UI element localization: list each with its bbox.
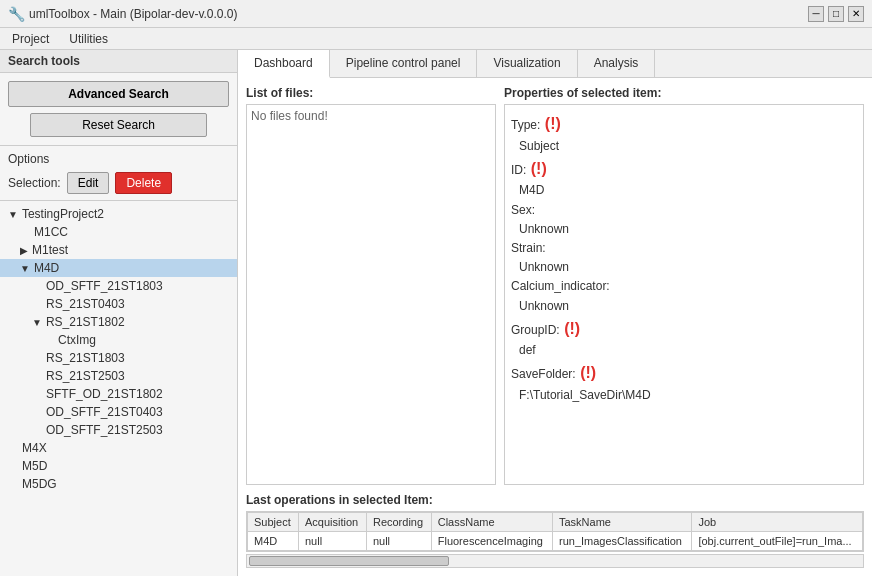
right-panel: DashboardPipeline control panelVisualiza… bbox=[238, 50, 872, 576]
ops-column-header: ClassName bbox=[431, 513, 552, 532]
tree-item-label: OD_SFTF_21ST0403 bbox=[46, 405, 163, 419]
operations-title: Last operations in selected Item: bbox=[246, 493, 864, 507]
tree-arrow-icon: ▼ bbox=[20, 263, 30, 274]
tree-item-label: RS_21ST1803 bbox=[46, 351, 125, 365]
property-value: F:\Tutorial_SaveDir\M4D bbox=[511, 388, 651, 402]
property-row: ID: (!)M4D bbox=[511, 156, 857, 201]
property-value: Subject bbox=[511, 139, 559, 153]
tabs-bar: DashboardPipeline control panelVisualiza… bbox=[238, 50, 872, 78]
menu-project[interactable]: Project bbox=[8, 32, 53, 46]
property-label: Sex: bbox=[511, 203, 535, 217]
property-value: Unknown bbox=[511, 260, 569, 274]
property-row: Strain:Unknown bbox=[511, 239, 857, 277]
window-title: umlToolbox - Main (Bipolar-dev-v.0.0.0) bbox=[29, 7, 238, 21]
tree-item[interactable]: RS_21ST2503 bbox=[0, 367, 237, 385]
ops-column-header: Subject bbox=[248, 513, 299, 532]
operations-table-wrapper[interactable]: SubjectAcquisitionRecordingClassNameTask… bbox=[246, 511, 864, 552]
exclamation-icon: (!) bbox=[560, 320, 580, 337]
title-bar-controls: ─ □ ✕ bbox=[808, 6, 864, 22]
tree-item-label: M1CC bbox=[34, 225, 68, 239]
files-panel: List of files: No files found! bbox=[246, 86, 496, 485]
title-bar: 🔧 umlToolbox - Main (Bipolar-dev-v.0.0.0… bbox=[0, 0, 872, 28]
tree-item-label: M4X bbox=[22, 441, 47, 455]
tree-section: ▼TestingProject2M1CC▶M1test▼M4DOD_SFTF_2… bbox=[0, 201, 237, 576]
tree-item-label: M5DG bbox=[22, 477, 57, 491]
reset-search-button[interactable]: Reset Search bbox=[30, 113, 207, 137]
tree-item-label: OD_SFTF_21ST1803 bbox=[46, 279, 163, 293]
menu-bar: Project Utilities bbox=[0, 28, 872, 50]
property-value: def bbox=[511, 343, 536, 357]
files-panel-title: List of files: bbox=[246, 86, 496, 100]
ops-column-header: Recording bbox=[366, 513, 431, 532]
tree-item-label: RS_21ST0403 bbox=[46, 297, 125, 311]
property-row: Calcium_indicator:Unknown bbox=[511, 277, 857, 315]
tab-dashboard[interactable]: Dashboard bbox=[238, 50, 330, 78]
tree-item-label: SFTF_OD_21ST1802 bbox=[46, 387, 163, 401]
exclamation-icon: (!) bbox=[540, 115, 560, 132]
tree-item[interactable]: RS_21ST1803 bbox=[0, 349, 237, 367]
search-tools-section: Advanced Search Reset Search bbox=[0, 73, 237, 146]
tab-content-dashboard: List of files: No files found! Propertie… bbox=[238, 78, 872, 576]
ops-column-header: Job bbox=[692, 513, 863, 532]
title-bar-left: 🔧 umlToolbox - Main (Bipolar-dev-v.0.0.0… bbox=[8, 6, 238, 22]
tree-item[interactable]: M5D bbox=[0, 457, 237, 475]
delete-button[interactable]: Delete bbox=[115, 172, 172, 194]
property-label: Strain: bbox=[511, 241, 546, 255]
tree-item[interactable]: OD_SFTF_21ST2503 bbox=[0, 421, 237, 439]
tree-item-label: CtxImg bbox=[58, 333, 96, 347]
content-row: List of files: No files found! Propertie… bbox=[246, 86, 864, 485]
ops-cell-classname: FluorescenceImaging bbox=[431, 532, 552, 551]
ops-column-header: Acquisition bbox=[299, 513, 367, 532]
options-header: Options bbox=[8, 152, 229, 166]
tab-visualization[interactable]: Visualization bbox=[477, 50, 577, 77]
property-row: SaveFolder: (!)F:\Tutorial_SaveDir\M4D bbox=[511, 360, 857, 405]
scrollbar-thumb[interactable] bbox=[249, 556, 449, 566]
tab-pipeline-control-panel[interactable]: Pipeline control panel bbox=[330, 50, 478, 77]
tree-item-label: M1test bbox=[32, 243, 68, 257]
property-row: GroupID: (!)def bbox=[511, 316, 857, 361]
horizontal-scrollbar[interactable] bbox=[246, 554, 864, 568]
tree-item-label: M4D bbox=[34, 261, 59, 275]
tree-arrow-icon: ▶ bbox=[20, 245, 28, 256]
tree-item[interactable]: SFTF_OD_21ST1802 bbox=[0, 385, 237, 403]
menu-utilities[interactable]: Utilities bbox=[65, 32, 112, 46]
exclamation-icon: (!) bbox=[576, 364, 596, 381]
property-label: Calcium_indicator: bbox=[511, 279, 610, 293]
ops-table-row: M4DnullnullFluorescenceImagingrun_Images… bbox=[248, 532, 863, 551]
tree-item-label: OD_SFTF_21ST2503 bbox=[46, 423, 163, 437]
operations-table: SubjectAcquisitionRecordingClassNameTask… bbox=[247, 512, 863, 551]
property-row: Sex:Unknown bbox=[511, 201, 857, 239]
property-value: M4D bbox=[511, 183, 544, 197]
files-list[interactable]: No files found! bbox=[246, 104, 496, 485]
tab-analysis[interactable]: Analysis bbox=[578, 50, 656, 77]
tree-item[interactable]: ▼M4D bbox=[0, 259, 237, 277]
property-row: Type: (!)Subject bbox=[511, 111, 857, 156]
tree-item[interactable]: CtxImg bbox=[0, 331, 237, 349]
tree-item[interactable]: ▶M1test bbox=[0, 241, 237, 259]
tree-item[interactable]: M1CC bbox=[0, 223, 237, 241]
tree-item[interactable]: RS_21ST0403 bbox=[0, 295, 237, 313]
main-content: Search tools Advanced Search Reset Searc… bbox=[0, 50, 872, 576]
tree-item[interactable]: OD_SFTF_21ST0403 bbox=[0, 403, 237, 421]
bottom-section: Last operations in selected Item: Subjec… bbox=[246, 493, 864, 568]
app-icon: 🔧 bbox=[8, 6, 25, 22]
property-label: Type: bbox=[511, 118, 540, 132]
selection-row: Selection: Edit Delete bbox=[8, 172, 229, 194]
minimize-button[interactable]: ─ bbox=[808, 6, 824, 22]
property-label: SaveFolder: bbox=[511, 367, 576, 381]
tree-item[interactable]: ▼RS_21ST1802 bbox=[0, 313, 237, 331]
tree-item[interactable]: M5DG bbox=[0, 475, 237, 493]
ops-cell-job: [obj.current_outFile]=run_Ima... bbox=[692, 532, 863, 551]
edit-button[interactable]: Edit bbox=[67, 172, 110, 194]
properties-content: Type: (!)SubjectID: (!)M4DSex:UnknownStr… bbox=[504, 104, 864, 485]
tree-item[interactable]: ▼TestingProject2 bbox=[0, 205, 237, 223]
tree-item[interactable]: OD_SFTF_21ST1803 bbox=[0, 277, 237, 295]
maximize-button[interactable]: □ bbox=[828, 6, 844, 22]
ops-cell-acquisition: null bbox=[299, 532, 367, 551]
advanced-search-button[interactable]: Advanced Search bbox=[8, 81, 229, 107]
tree-item[interactable]: M4X bbox=[0, 439, 237, 457]
properties-panel: Properties of selected item: Type: (!)Su… bbox=[504, 86, 864, 485]
tree-arrow-icon: ▼ bbox=[8, 209, 18, 220]
close-button[interactable]: ✕ bbox=[848, 6, 864, 22]
property-value: Unknown bbox=[511, 299, 569, 313]
